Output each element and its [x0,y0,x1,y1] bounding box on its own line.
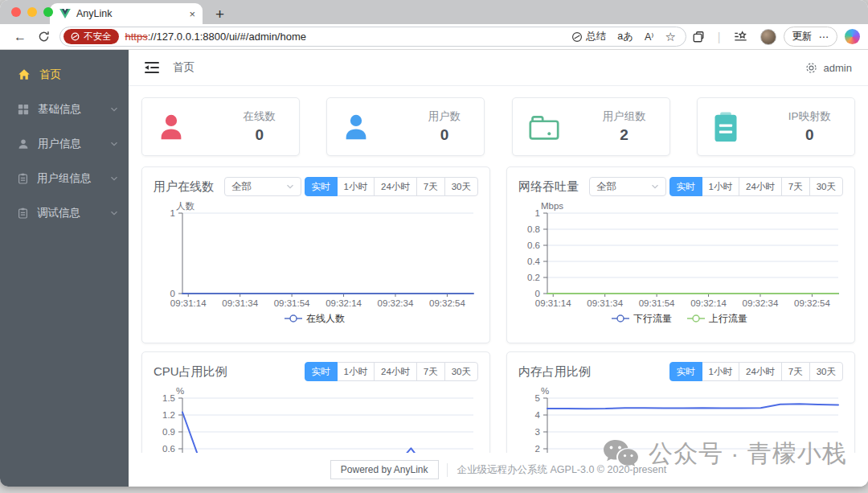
powered-by-badge: Powered by AnyLink [330,460,439,479]
sidebar-item[interactable]: 调试信息 [0,195,129,230]
desktop: AnyLink × + ← 不安全 https://127.0.0.1:8800… [0,0,868,493]
person-icon [341,112,371,142]
svg-text:0: 0 [170,289,175,298]
sidebar-item[interactable]: 基础信息 [0,92,129,126]
svg-text:09:31:34: 09:31:34 [222,298,258,308]
time-filter-button[interactable]: 实时 [669,177,702,196]
footer: Powered by AnyLink 企业级远程办公系统 AGPL-3.0 © … [129,453,868,487]
collections-icon[interactable] [692,31,705,43]
menu-fold-icon[interactable] [145,61,159,74]
copilot-icon[interactable] [845,29,860,44]
stat-meta: 在线数 0 [244,109,276,144]
time-filter-button[interactable]: 实时 [305,177,338,196]
time-filter-button[interactable]: 24小时 [739,177,782,196]
zoom-window-button[interactable] [43,7,53,17]
browser-window: AnyLink × + ← 不安全 https://127.0.0.1:8800… [0,0,868,487]
reload-icon[interactable] [38,31,50,43]
svg-text:1.2: 1.2 [162,410,175,420]
read-aloud-button[interactable]: A⁾ [645,31,653,43]
time-filter-button[interactable]: 1小时 [337,362,375,381]
browser-tab[interactable]: AnyLink × [50,3,203,24]
address-bar[interactable]: 不安全 https://127.0.0.1:8800/ui/#/admin/ho… [59,27,686,47]
svg-text:09:31:54: 09:31:54 [274,298,310,308]
chevron-down-icon [110,140,118,148]
stat-value: 0 [244,126,276,144]
close-window-button[interactable] [11,7,21,17]
address-actions: 总结 aあ A⁾ ☆ [571,30,676,44]
select-value: 全部 [231,180,252,194]
sidebar-item[interactable]: 用户信息 [0,126,129,161]
sidebar-item-label: 用户组信息 [37,171,92,186]
time-filter-button[interactable]: 1小时 [337,177,375,196]
svg-text:0.4: 0.4 [527,257,541,266]
time-filter-button[interactable]: 实时 [305,362,338,381]
tab-title: AnyLink [76,8,112,19]
back-icon[interactable]: ← [14,30,27,44]
svg-text:%: % [541,387,549,396]
minimize-window-button[interactable] [27,7,37,17]
svg-text:09:31:14: 09:31:14 [170,298,207,308]
svg-text:09:31:14: 09:31:14 [535,298,571,308]
profile-avatar[interactable] [760,29,776,45]
svg-text:09:32:34: 09:32:34 [378,298,414,308]
time-filter-button[interactable]: 30天 [444,177,478,196]
filter-select[interactable]: 全部 [224,177,301,196]
summarize-button[interactable]: 总结 [571,30,606,43]
time-filter-button[interactable]: 实时 [669,362,702,381]
favorite-star-icon[interactable]: ☆ [665,30,675,44]
svg-text:人数: 人数 [176,202,195,211]
sidebar-item-label: 基础信息 [38,102,81,117]
time-filter-group: 实时1小时24小时7天30天 [669,177,843,196]
sidebar-menu: 首页 基础信息 用户信息 用户组信息 调试信息 [0,57,129,230]
time-filter-button[interactable]: 7天 [416,362,445,381]
svg-text:Mbps: Mbps [541,202,563,211]
update-button[interactable]: 更新 ⋯ [784,27,838,47]
chart-area: 人数1009:31:1409:31:3409:31:5409:32:1409:3… [154,202,478,334]
time-filter-group: 实时1小时24小时7天30天 [305,362,478,381]
time-filter-button[interactable]: 24小时 [374,177,417,196]
svg-text:0.9: 0.9 [162,427,175,437]
panel-title: 用户在线数 [154,179,214,195]
chevron-down-icon [286,183,294,191]
time-filter-button[interactable]: 7天 [781,362,810,381]
filter-select[interactable]: 全部 [589,177,666,196]
stat-meta: 用户组数 2 [603,109,646,144]
sidebar-item[interactable]: 用户组信息 [0,161,129,195]
panel-header: CPU占用比例 实时1小时24小时7天30天 [154,361,478,382]
translate-button[interactable]: aあ [617,30,633,43]
time-filter-button[interactable]: 24小时 [739,362,782,381]
time-filter-button[interactable]: 1小时 [702,177,739,196]
svg-text:1: 1 [535,208,540,218]
svg-text:1: 1 [170,208,175,218]
user-name: admin [824,62,852,74]
svg-text:上行流量: 上行流量 [709,313,747,324]
grid-icon [18,104,29,115]
stat-value: 0 [788,126,831,144]
user-menu[interactable]: admin [805,62,852,74]
time-filter-button[interactable]: 7天 [781,177,810,196]
footer-text: 企业级远程办公系统 AGPL-3.0 © 2020-present [447,463,667,477]
more-menu-icon[interactable]: ⋯ [819,31,829,43]
favorites-icon[interactable] [734,31,747,43]
app: 首页 基础信息 用户信息 用户组信息 调试信息 [0,50,868,487]
line-chart: Mbps10.80.60.40.2009:31:1409:31:3409:31:… [518,202,845,331]
time-filter-button[interactable]: 7天 [416,177,445,196]
user-icon [18,138,29,150]
panel-header: 网络吞吐量 全部 实时1小时24小时7天30天 [518,176,843,197]
panel-title: 网络吞吐量 [518,179,579,195]
sidebar-item[interactable]: 首页 [0,57,129,92]
sidebar: 首页 基础信息 用户信息 用户组信息 调试信息 [0,50,129,487]
line-chart: 人数1009:31:1409:31:3409:31:5409:32:1409:3… [154,202,480,331]
stats-row: 在线数 0 用户数 0 用户组数 2 IP映射数 0 [141,97,855,156]
time-filter-button[interactable]: 30天 [444,362,478,381]
time-filter-button[interactable]: 1小时 [702,362,739,381]
not-secure-badge[interactable]: 不安全 [63,29,119,44]
time-filter-button[interactable]: 30天 [809,177,843,196]
clipboard-icon [18,207,28,219]
select-value: 全部 [596,180,616,194]
stat-card: IP映射数 0 [697,97,855,156]
tab-close-icon[interactable]: × [189,8,195,20]
time-filter-button[interactable]: 30天 [809,362,843,381]
new-tab-button[interactable]: + [215,6,224,22]
time-filter-button[interactable]: 24小时 [374,362,417,381]
